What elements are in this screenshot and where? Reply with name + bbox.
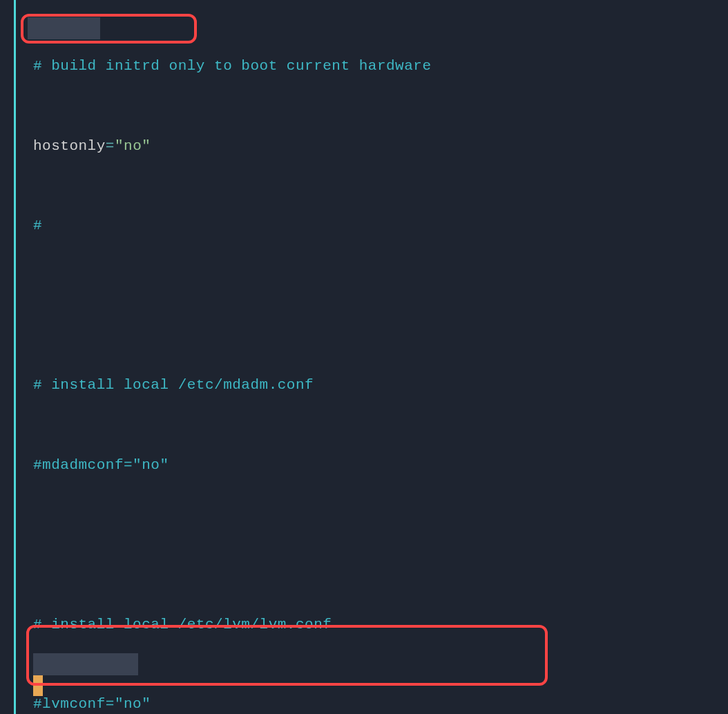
code-comment: # install local /etc/mdadm.conf — [33, 377, 314, 393]
cursor — [33, 675, 43, 696]
operator: = — [106, 138, 115, 154]
empty-line — [33, 293, 728, 320]
code-editor[interactable]: # build initrd only to boot current hard… — [0, 0, 728, 714]
code-comment: #mdadmconf="no" — [33, 457, 169, 473]
empty-line — [33, 532, 728, 559]
code-comment: # build initrd only to boot current hard… — [33, 58, 432, 74]
string-value: "no" — [115, 138, 151, 154]
code-comment: # — [33, 218, 42, 233]
code-comment: #lvmconf="no" — [33, 696, 151, 712]
code-content[interactable]: # build initrd only to boot current hard… — [14, 0, 728, 714]
code-comment: # install local /etc/lvm/lvm.conf — [33, 617, 332, 633]
variable-name: hostonly — [33, 138, 106, 154]
